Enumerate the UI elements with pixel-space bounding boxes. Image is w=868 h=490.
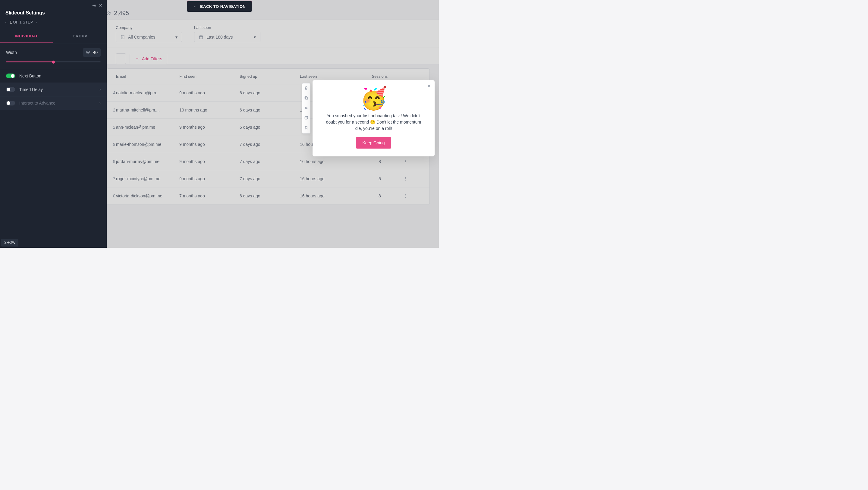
slideout-message: You smashed your first onboarding task! …	[318, 113, 429, 132]
slider-thumb[interactable]	[52, 61, 55, 64]
tab-individual[interactable]: INDIVIDUAL	[0, 30, 53, 43]
width-prefix: W	[86, 50, 90, 55]
step-text: OF 1 STEP	[13, 20, 33, 24]
close-icon[interactable]: ✕	[99, 3, 102, 8]
settings-sidebar: ⇥ ✕ Slideout Settings ‹ 1 OF 1 STEP › IN…	[0, 0, 107, 248]
step-navigator: ‹ 1 OF 1 STEP ›	[0, 20, 107, 30]
onboarding-slideout: ✕ 🥳 You smashed your first onboarding ta…	[313, 80, 435, 156]
chevron-right-icon[interactable]: ›	[99, 101, 101, 105]
interact-label: Interact to Advance	[19, 101, 56, 105]
duplicate-icon[interactable]	[302, 113, 310, 123]
interact-advance-setting[interactable]: Interact to Advance ›	[0, 96, 107, 110]
settings-icon[interactable]	[302, 103, 310, 113]
next-button-setting: Next Button	[0, 69, 107, 83]
keep-going-button[interactable]: Keep Going	[356, 137, 392, 149]
step-next-icon[interactable]: ›	[36, 20, 37, 24]
delete-icon[interactable]	[302, 84, 310, 93]
tab-group[interactable]: GROUP	[53, 30, 107, 43]
svg-point-7	[305, 108, 306, 109]
settings-tabs: INDIVIDUAL GROUP	[0, 30, 107, 43]
svg-point-6	[307, 108, 307, 108]
step-current: 1	[10, 20, 12, 24]
svg-rect-4	[306, 97, 308, 99]
width-slider[interactable]	[6, 61, 101, 62]
back-to-navigation-button[interactable]: ← BACK TO NAVIGATION	[187, 1, 252, 12]
width-setting: Width W 40	[0, 43, 107, 58]
slideout-toolbar	[302, 83, 310, 133]
sidebar-header: ⇥ ✕	[0, 0, 107, 10]
close-icon[interactable]: ✕	[427, 83, 431, 89]
sidebar-title: Slideout Settings	[5, 10, 101, 16]
step-prev-icon[interactable]: ‹	[5, 20, 7, 24]
svg-rect-8	[305, 117, 307, 119]
timed-delay-label: Timed Delay	[19, 87, 43, 92]
timed-delay-setting[interactable]: Timed Delay ›	[0, 83, 107, 96]
timed-delay-toggle[interactable]	[6, 87, 15, 92]
width-value: 40	[93, 50, 98, 55]
bookmark-icon[interactable]	[302, 123, 310, 133]
next-button-toggle[interactable]	[6, 73, 15, 78]
show-button[interactable]: SHOW	[1, 239, 19, 246]
svg-point-5	[305, 107, 306, 108]
chevron-right-icon[interactable]: ›	[99, 87, 101, 92]
arrow-left-icon: ←	[193, 4, 197, 9]
party-emoji: 🥳	[360, 87, 387, 109]
width-label: Width	[6, 50, 17, 55]
next-button-label: Next Button	[19, 73, 41, 78]
width-input[interactable]: W 40	[83, 48, 101, 57]
interact-toggle[interactable]	[6, 101, 15, 105]
back-nav-label: BACK TO NAVIGATION	[200, 4, 246, 9]
collapse-icon[interactable]: ⇥	[92, 3, 96, 8]
copy-icon[interactable]	[302, 93, 310, 103]
